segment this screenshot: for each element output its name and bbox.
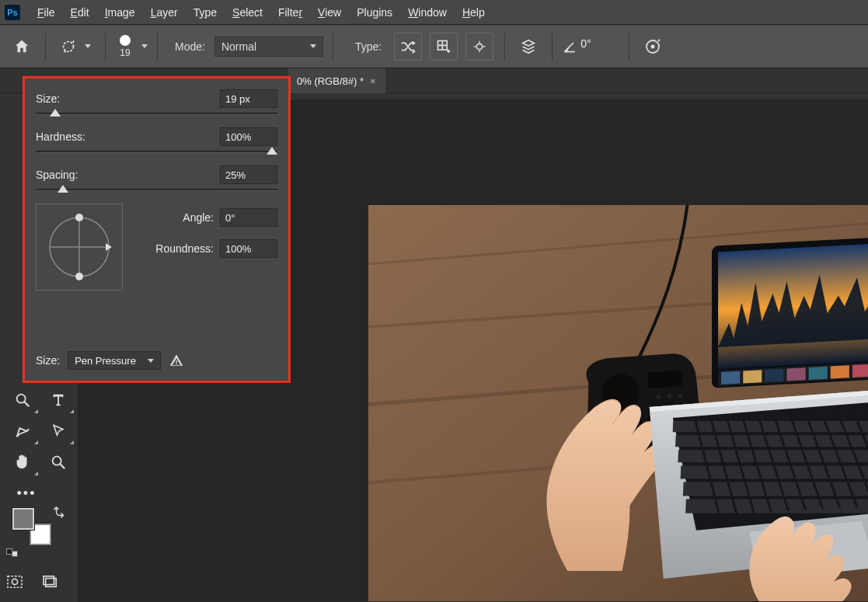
hardness-input[interactable]: 100%	[220, 127, 277, 146]
zoom-tool-2[interactable]	[40, 447, 76, 478]
layers-icon	[520, 38, 537, 55]
close-icon[interactable]: ×	[370, 75, 376, 87]
spacing-slider[interactable]	[36, 189, 277, 191]
hardness-label: Hardness:	[36, 130, 85, 143]
brush-size-preset[interactable]: 19	[115, 33, 135, 60]
roundness-label: Roundness:	[155, 242, 214, 255]
footer-mode-icons	[6, 575, 59, 589]
menu-layer[interactable]: Layer	[143, 6, 186, 19]
pen-tool[interactable]	[5, 416, 40, 447]
brush-settings-panel: Size: 19 px Hardness: 100% Spacing: 25%	[23, 76, 291, 383]
type-icon	[50, 391, 67, 409]
chevron-down-icon	[85, 44, 91, 48]
target-icon	[471, 38, 488, 55]
color-swatch-group	[9, 503, 70, 550]
foreground-color-swatch[interactable]	[12, 508, 34, 530]
brush-angle-control[interactable]: 0°	[562, 37, 619, 56]
brush-size-number: 19	[120, 47, 130, 58]
photo-content	[368, 205, 868, 601]
path-select-tool[interactable]	[40, 416, 76, 447]
size-input[interactable]: 19 px	[220, 89, 277, 108]
roundness-input[interactable]: 100%	[220, 239, 277, 258]
type-tool[interactable]	[40, 385, 76, 416]
chevron-down-icon	[148, 359, 154, 363]
divider	[504, 33, 505, 61]
menu-view[interactable]: View	[310, 6, 349, 19]
mode-dropdown[interactable]: Normal	[214, 37, 323, 57]
angle-input[interactable]: 0°	[220, 208, 277, 227]
size-dynamics-dropdown[interactable]: Pen Pressure	[68, 351, 161, 370]
size-slider[interactable]	[36, 113, 277, 115]
options-bar: 19 Mode: Normal Type: 0°	[0, 25, 868, 68]
quickmask-icon[interactable]	[6, 575, 23, 589]
svg-point-53	[17, 395, 26, 403]
svg-rect-11	[647, 371, 683, 388]
angle-value[interactable]: 0°	[580, 37, 619, 56]
spacing-input[interactable]: 25%	[220, 165, 277, 184]
svg-rect-24	[809, 367, 828, 380]
svg-point-55	[53, 457, 61, 465]
chevron-down-icon	[310, 44, 316, 48]
target-brush-icon	[643, 37, 662, 56]
toolbox: •••	[5, 385, 78, 509]
spacing-label: Spacing:	[36, 169, 78, 181]
type-contentaware-button[interactable]	[394, 33, 422, 61]
svg-rect-23	[787, 367, 806, 381]
sample-all-layers-button[interactable]	[514, 33, 542, 61]
menu-file[interactable]: File	[30, 6, 63, 19]
svg-rect-57	[8, 576, 22, 587]
slider-thumb[interactable]	[267, 147, 277, 155]
menu-image[interactable]: Image	[97, 6, 143, 19]
divider	[157, 33, 158, 61]
home-button[interactable]	[8, 33, 36, 61]
home-icon	[13, 38, 30, 55]
angle-roundness-wheel[interactable]	[36, 204, 123, 291]
svg-rect-28	[673, 421, 868, 432]
svg-point-58	[12, 579, 17, 584]
pen-icon	[14, 423, 31, 440]
svg-rect-25	[831, 365, 849, 378]
screenmode-icon[interactable]	[42, 575, 59, 589]
menu-select[interactable]: Select	[225, 6, 270, 19]
menu-plugins[interactable]: Plugins	[349, 6, 400, 19]
menu-type[interactable]: Type	[186, 6, 225, 19]
hand-icon	[14, 454, 31, 471]
brush-tool-preset[interactable]	[55, 37, 96, 57]
type-label: Type:	[355, 40, 382, 53]
brush-preview-dot	[120, 35, 131, 46]
swap-colors-icon[interactable]	[53, 505, 67, 519]
pressure-size-button[interactable]	[639, 33, 667, 61]
type-createtexture-button[interactable]	[430, 33, 458, 61]
document-image[interactable]	[368, 205, 868, 601]
slider-thumb[interactable]	[50, 109, 61, 117]
svg-rect-22	[765, 369, 783, 382]
menu-bar: Ps File Edit Image Layer Type Select Fil…	[0, 0, 868, 25]
type-proximity-button[interactable]	[465, 33, 493, 61]
svg-point-50	[75, 214, 83, 221]
svg-rect-20	[721, 371, 740, 385]
healing-brush-icon	[60, 38, 77, 55]
menu-filter[interactable]: Filter	[270, 6, 310, 19]
menu-window[interactable]: Window	[400, 6, 455, 19]
svg-rect-29	[675, 435, 868, 447]
warning-icon	[169, 353, 184, 367]
size-label: Size:	[36, 92, 60, 105]
default-colors-icon[interactable]	[6, 548, 21, 555]
angle-wheel-graphic	[42, 210, 117, 284]
hardness-slider[interactable]	[36, 151, 277, 153]
divider	[105, 33, 106, 61]
svg-line-54	[25, 402, 30, 407]
menu-edit[interactable]: Edit	[63, 6, 97, 19]
chevron-down-icon[interactable]	[141, 44, 148, 48]
svg-rect-26	[852, 364, 868, 378]
document-tab[interactable]: 0% (RGB/8#) * ×	[288, 68, 385, 93]
zoom-tool[interactable]	[5, 385, 40, 416]
slider-thumb[interactable]	[58, 185, 68, 193]
angle-label: Angle:	[183, 211, 214, 224]
menu-help[interactable]: Help	[455, 6, 493, 19]
svg-rect-21	[743, 370, 762, 383]
svg-line-56	[61, 465, 65, 469]
svg-point-51	[75, 273, 83, 280]
hand-tool[interactable]	[5, 447, 40, 478]
divider	[45, 33, 46, 61]
